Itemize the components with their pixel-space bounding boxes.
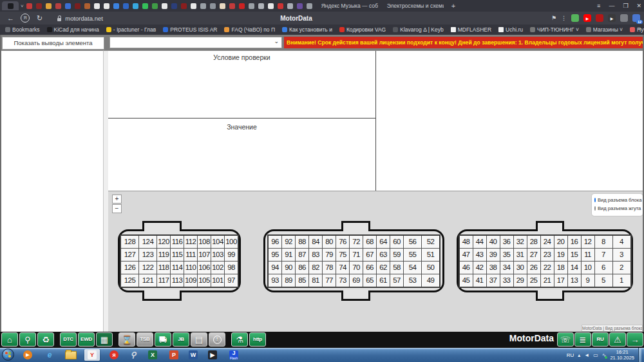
pin-74[interactable]: 74 — [336, 261, 350, 274]
pin-34[interactable]: 34 — [500, 261, 513, 274]
pinned-tab-icon[interactable] — [75, 3, 80, 9]
pin-82[interactable]: 82 — [309, 261, 323, 274]
active-pinned-tab[interactable] — [2, 1, 19, 10]
pin-11[interactable]: 11 — [581, 248, 594, 261]
manual-icon[interactable]: ≣ — [574, 332, 591, 347]
pin-44[interactable]: 44 — [473, 235, 486, 249]
pinned-tab-icon[interactable] — [229, 3, 235, 9]
pin-75[interactable]: 75 — [336, 248, 350, 261]
hidden-icons-icon[interactable]: ▴ — [578, 352, 580, 358]
pinned-tab-icon[interactable] — [171, 3, 177, 9]
pin-65[interactable]: 65 — [363, 274, 377, 287]
media-player-2-app[interactable]: ▶ — [205, 349, 220, 361]
pin-97[interactable]: 97 — [225, 274, 239, 287]
pin-57[interactable]: 57 — [390, 274, 404, 287]
zoom-in-button[interactable]: + — [112, 195, 122, 204]
excel-app[interactable]: X — [145, 349, 160, 361]
pin-19[interactable]: 19 — [554, 248, 567, 261]
pin-88[interactable]: 88 — [296, 235, 309, 249]
pin-92[interactable]: 92 — [282, 235, 296, 249]
ewd-icon[interactable]: EWD — [78, 332, 95, 347]
pin-118[interactable]: 118 — [157, 261, 171, 274]
pin-50[interactable]: 50 — [422, 261, 440, 274]
pinned-tab-icon[interactable] — [181, 3, 187, 9]
youtube-icon[interactable]: ▶ — [583, 14, 591, 22]
pin-22[interactable]: 22 — [540, 261, 554, 274]
pin-106[interactable]: 106 — [198, 261, 211, 274]
pin-29[interactable]: 29 — [513, 274, 527, 287]
pin-3[interactable]: 3 — [612, 248, 631, 261]
pin-9[interactable]: 9 — [581, 274, 594, 287]
pin-95[interactable]: 95 — [268, 248, 282, 261]
pin-77[interactable]: 77 — [323, 274, 336, 287]
pin-100[interactable]: 100 — [225, 235, 239, 249]
pin-111[interactable]: 111 — [184, 248, 198, 261]
pin-39[interactable]: 39 — [486, 248, 500, 261]
sidebar-scrollbar[interactable] — [103, 50, 108, 332]
pin-45[interactable]: 45 — [459, 274, 473, 287]
pin-85[interactable]: 85 — [296, 274, 309, 287]
pin-55[interactable]: 55 — [404, 248, 422, 261]
bookmark-item[interactable]: Как установить и — [282, 26, 332, 33]
bookmarks-overflow-icon[interactable]: » — [638, 25, 641, 32]
pin-91[interactable]: 91 — [282, 248, 296, 261]
pin-116[interactable]: 116 — [171, 235, 184, 249]
pin-23[interactable]: 23 — [540, 248, 554, 261]
element-select[interactable]: ⌄ — [109, 37, 282, 48]
dtc-icon[interactable]: DTC — [60, 332, 77, 347]
pinned-tab-icon[interactable] — [36, 3, 42, 9]
pin-89[interactable]: 89 — [282, 274, 296, 287]
internet-explorer-app[interactable]: e — [42, 349, 57, 361]
pin-43[interactable]: 43 — [473, 248, 486, 261]
bookmark-item[interactable]: MDFLASHER — [451, 26, 491, 33]
pin-110[interactable]: 110 — [184, 261, 198, 274]
bookmark-item[interactable]: KiCad для начина — [47, 26, 99, 33]
pinned-tab-icon[interactable] — [297, 3, 303, 9]
wifi-icon[interactable]: ∿ — [602, 352, 607, 358]
pin-15[interactable]: 15 — [567, 248, 581, 261]
pinned-tab-icon[interactable] — [123, 3, 129, 9]
pin-61[interactable]: 61 — [377, 274, 390, 287]
pin-38[interactable]: 38 — [486, 261, 500, 274]
pinned-tab-icon[interactable] — [287, 3, 293, 9]
bookmark-item[interactable]: FAQ (ЧаВО) по П — [224, 26, 275, 33]
show-desktop-button[interactable] — [638, 348, 641, 362]
pin-26[interactable]: 26 — [527, 261, 540, 274]
new-tab-button[interactable]: + — [451, 2, 455, 10]
alert-circle-icon[interactable]: ! — [209, 332, 225, 347]
pin-127[interactable]: 127 — [120, 248, 139, 261]
pin-51[interactable]: 51 — [422, 248, 440, 261]
pinned-tab-icon[interactable] — [94, 3, 100, 9]
pin-58[interactable]: 58 — [390, 261, 404, 274]
pin-98[interactable]: 98 — [225, 261, 239, 274]
pin-24[interactable]: 24 — [540, 235, 554, 249]
restore-icon[interactable]: ❒ — [623, 3, 628, 9]
pin-90[interactable]: 90 — [282, 261, 296, 274]
pin-37[interactable]: 37 — [486, 274, 500, 287]
truck-icon[interactable]: ⛟ — [155, 332, 171, 347]
pin-53[interactable]: 53 — [404, 274, 422, 287]
pin-71[interactable]: 71 — [350, 248, 363, 261]
pin-94[interactable]: 94 — [268, 261, 282, 274]
pin-49[interactable]: 49 — [422, 274, 440, 287]
pin-33[interactable]: 33 — [500, 274, 513, 287]
pin-122[interactable]: 122 — [139, 261, 157, 274]
media-player-app[interactable]: ▶ — [20, 349, 35, 361]
dashboard-icon[interactable]: ▦ — [96, 332, 113, 347]
bookmark-item[interactable]: ЧИП-ТЮНИНГ ˅ — [530, 26, 579, 33]
pin-63[interactable]: 63 — [377, 248, 390, 261]
bookmark-item[interactable]: PROTEUS ISIS AR — [163, 26, 217, 33]
more-icon[interactable]: ⋮ — [561, 15, 567, 21]
start-button[interactable] — [2, 348, 14, 361]
pinned-tab-icon[interactable] — [239, 3, 245, 9]
pin-14[interactable]: 14 — [567, 261, 581, 274]
pin-59[interactable]: 59 — [390, 248, 404, 261]
pinned-tab-icon[interactable] — [268, 3, 274, 9]
pinned-tab-icon[interactable] — [249, 3, 254, 9]
pin-124[interactable]: 124 — [139, 235, 157, 249]
bookmark-item[interactable]: - Ipactuner - Глав — [106, 26, 156, 33]
exit-icon[interactable]: → — [627, 332, 643, 347]
pinned-tab-icon[interactable] — [26, 3, 32, 9]
pin-35[interactable]: 35 — [500, 248, 513, 261]
file-explorer-app[interactable] — [63, 349, 79, 361]
